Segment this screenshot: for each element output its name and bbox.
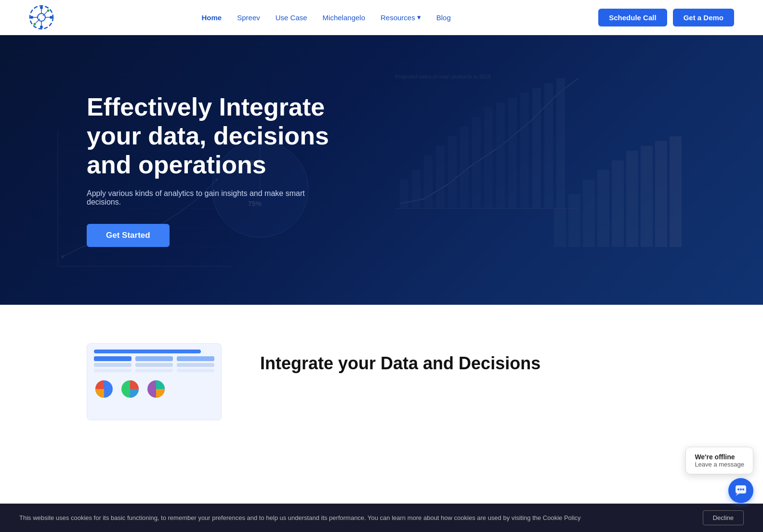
pie-chart-1: [94, 379, 114, 399]
mockup-row-1: [94, 356, 214, 361]
chevron-down-icon: ▾: [417, 13, 421, 22]
nav-spreev[interactable]: Spreev: [237, 13, 260, 22]
nav-resources[interactable]: Resources ▾: [381, 13, 421, 22]
integrate-section: Integrate your Data and Decisions: [0, 305, 763, 449]
navbar: Home Spreev Use Case Michelangelo Resour…: [0, 0, 763, 35]
integrate-title: Integrate your Data and Decisions: [260, 353, 676, 374]
nav-use-case[interactable]: Use Case: [276, 13, 307, 22]
svg-point-10: [47, 10, 50, 12]
nav-blog[interactable]: Blog: [436, 13, 451, 22]
hero-content: Effectively Integrate your data, decisio…: [0, 93, 337, 247]
mockup-row-3: [94, 369, 214, 372]
hero-section: 25% 75% Projected sales of main products…: [0, 35, 763, 305]
svg-point-11: [34, 23, 36, 26]
dashboard-mockup: [87, 343, 222, 420]
get-demo-button[interactable]: Get a Demo: [673, 9, 734, 26]
schedule-call-button[interactable]: Schedule Call: [598, 9, 667, 26]
nav-michelangelo[interactable]: Michelangelo: [323, 13, 365, 22]
mockup-row-2: [94, 363, 214, 367]
chat-widget: We're offline Leave a message: [685, 447, 753, 449]
pie-chart-2: [120, 379, 140, 399]
dashboard-image-wrapper: [87, 343, 231, 420]
chat-offline-bubble[interactable]: We're offline Leave a message: [685, 447, 753, 449]
logo[interactable]: [29, 5, 54, 30]
nav-buttons: Schedule Call Get a Demo: [598, 9, 734, 26]
svg-point-5: [30, 16, 33, 19]
nav-home[interactable]: Home: [202, 13, 222, 22]
mockup-pies: [94, 379, 214, 399]
mockup-bar-1: [94, 350, 201, 353]
logo-icon: [29, 5, 54, 30]
hero-subtitle: Apply various kinds of analytics to gain…: [87, 189, 328, 207]
svg-point-2: [40, 6, 43, 9]
pie-chart-3: [146, 379, 166, 399]
get-started-button[interactable]: Get Started: [87, 224, 170, 247]
nav-links: Home Spreev Use Case Michelangelo Resour…: [202, 13, 451, 22]
svg-point-4: [40, 26, 43, 28]
svg-point-3: [50, 16, 53, 19]
integrate-text: Integrate your Data and Decisions: [260, 343, 676, 380]
hero-title: Effectively Integrate your data, decisio…: [87, 93, 337, 179]
